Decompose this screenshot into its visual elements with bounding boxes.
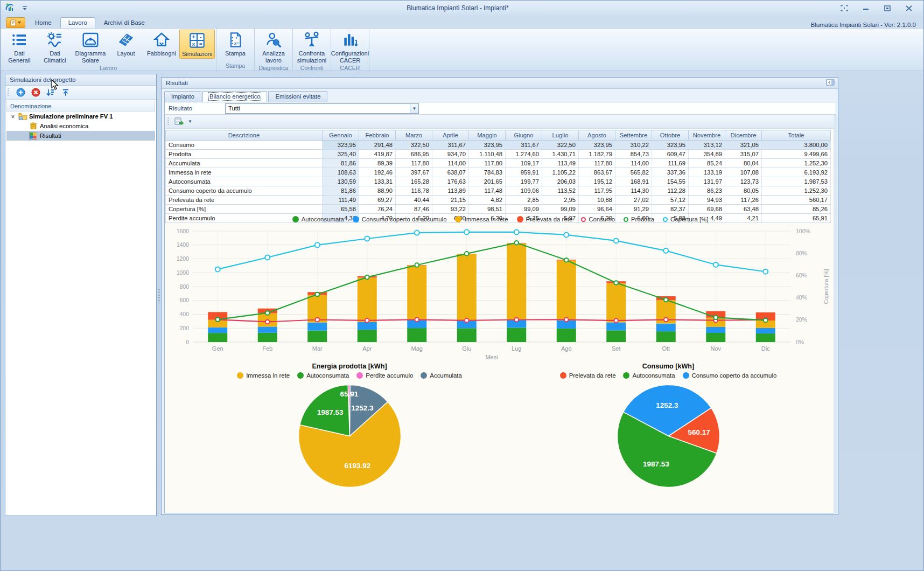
svg-text:+: + xyxy=(235,36,238,40)
ribbon-button-simulazioni[interactable]: +-x=Simulazioni xyxy=(179,30,215,59)
legend-item-prelevata-da-rete: Prelevata da rete xyxy=(517,216,573,222)
table-row-prelevata-da-rete[interactable]: Prelevata da rete111,4969,2740,4421,154,… xyxy=(166,196,831,205)
quick-access-dropdown-icon[interactable] xyxy=(20,3,30,13)
export-button[interactable] xyxy=(174,117,184,127)
cell-value: 69,27 xyxy=(359,196,396,205)
column-header-maggio[interactable]: Maggio xyxy=(469,130,506,141)
ribbon-button-confronta-simulazioni[interactable]: Confronta simulazioni xyxy=(294,30,330,64)
ribbon-tab-lavoro[interactable]: Lavoro xyxy=(60,17,95,28)
ribbon-button-fabbisogni[interactable]: Fabbisogni xyxy=(144,30,179,58)
restore-button[interactable] xyxy=(883,4,892,12)
cell-value: 291,48 xyxy=(359,141,396,150)
compare-icon xyxy=(303,31,320,48)
sidebar-panel-title: Simulazioni del progetto xyxy=(5,74,156,86)
ribbon-button-configurazioni-cacer[interactable]: Configurazioni CACER xyxy=(332,30,368,64)
expander-icon[interactable]: ˅ xyxy=(10,114,16,120)
panel-splitter[interactable] xyxy=(157,74,160,516)
table-row-consumo[interactable]: Consumo323,95291,48322,50311,67323,95311… xyxy=(166,141,831,150)
ribbon-button-layout[interactable]: Layout xyxy=(108,30,144,58)
legend-item-consumo-coperto-da-accumulo: Consumo coperto da accumulo xyxy=(353,216,447,222)
fullscreen-button[interactable] xyxy=(839,4,849,12)
legend-label: Prelevata da rete xyxy=(569,372,616,379)
svg-text:Ott: Ott xyxy=(662,345,670,352)
table-row-autoconsumata[interactable]: Autoconsumata130,59133,31165,28176,63201… xyxy=(166,177,831,186)
column-header-agosto[interactable]: Agosto xyxy=(579,130,615,141)
column-header-febbraio[interactable]: Febbraio xyxy=(359,130,396,141)
svg-text:Giu: Giu xyxy=(462,345,471,352)
column-header-aprile[interactable]: Aprile xyxy=(432,130,469,141)
column-header-marzo[interactable]: Marzo xyxy=(396,130,432,141)
panel-dock-icon[interactable] xyxy=(826,79,835,87)
cell-value: 109,06 xyxy=(506,186,542,196)
cell-value: 93,22 xyxy=(432,205,469,214)
ribbon-group-diagnostica: Analizza lavoroDiagnostica xyxy=(255,29,293,71)
tab-bilancio-energetico[interactable]: Bilancio energetico xyxy=(202,91,268,102)
cell-value: 154,55 xyxy=(652,177,689,186)
column-header-totale[interactable]: Totale xyxy=(762,130,831,141)
column-header-luglio[interactable]: Luglio xyxy=(542,130,579,141)
cell-value: 114,00 xyxy=(615,159,652,168)
row-label: Consumo coperto da accumulo xyxy=(166,186,323,196)
column-header-novembre[interactable]: Novembre xyxy=(689,130,725,141)
ribbon-button-dati-climatici[interactable]: Dati Climatici xyxy=(37,30,73,64)
tree-column-header[interactable]: Denominazione xyxy=(6,101,155,112)
column-header-dicembre[interactable]: Dicembre xyxy=(725,130,762,141)
svg-text:Mag: Mag xyxy=(411,345,423,352)
table-row-prodotta[interactable]: Prodotta325,40419,87686,95934,701.110,48… xyxy=(166,150,831,159)
legend-ring-icon xyxy=(624,217,628,222)
ribbon-tab-archivi-di-base[interactable]: Archivi di Base xyxy=(96,18,152,28)
title-bar: Blumatica Impianti Solari - Impianti* xyxy=(1,1,923,16)
results-panel: Risultati ImpiantoBilancio energeticoEmi… xyxy=(161,77,838,515)
legend-label: Consumo coperto da accumulo xyxy=(362,216,447,222)
collapse-all-button[interactable] xyxy=(61,88,71,98)
cell-value: 57,12 xyxy=(652,196,689,205)
ribbon-button-dati-generali[interactable]: Dati Generali xyxy=(2,30,37,64)
cacer-icon xyxy=(341,31,359,48)
ribbon-button-stampa[interactable]: +x=Stampa xyxy=(218,30,253,58)
table-row-consumo-coperto-da-accumulo[interactable]: Consumo coperto da accumulo81,8688,90116… xyxy=(166,186,831,196)
ribbon-button-diagramma-solare[interactable]: Diagramma Solare xyxy=(73,30,108,64)
column-header-ottobre[interactable]: Ottobre xyxy=(652,130,689,141)
tab-label: Impianto xyxy=(171,93,194,100)
cell-value: 113,52 xyxy=(542,186,579,196)
table-row-copertura[interactable]: Copertura [%]65,5876,2487,4693,2298,5199… xyxy=(166,205,831,214)
add-simulation-button[interactable] xyxy=(16,88,25,98)
combobox-arrow-icon[interactable]: ▼ xyxy=(410,104,418,113)
minimize-button[interactable] xyxy=(861,4,871,12)
result-filter-combobox[interactable]: Tutti ▼ xyxy=(225,103,419,114)
column-header-gennaio[interactable]: Gennaio xyxy=(323,130,359,141)
cell-value: 1.430,71 xyxy=(542,150,579,159)
export-dropdown-icon[interactable]: ▼ xyxy=(188,119,192,124)
tree-item-risultati[interactable]: Risultati xyxy=(6,131,155,141)
cell-value: 195,12 xyxy=(579,177,615,186)
cell-value: 94,93 xyxy=(689,196,725,205)
ribbon-group-caption: Lavoro xyxy=(2,64,215,73)
ribbon-button-label: Layout xyxy=(117,50,135,57)
column-header-descrizione[interactable]: Descrizione xyxy=(166,130,323,141)
svg-text:1200: 1200 xyxy=(177,255,190,262)
svg-text:Set: Set xyxy=(612,345,621,352)
table-row-immessa-in-rete[interactable]: Immessa in rete108,63192,46397,67638,077… xyxy=(166,168,831,177)
tab-emissioni-evitate[interactable]: Emissioni evitate xyxy=(268,91,327,102)
cell-value: 133,19 xyxy=(689,168,725,177)
app-menu-button[interactable] xyxy=(6,17,25,28)
svg-text:Mar: Mar xyxy=(312,345,323,352)
ribbon-tab-home[interactable]: Home xyxy=(27,18,59,28)
legend-item-consumo: Consumo xyxy=(581,216,615,222)
tree-item-simulazione-preliminare-fv-1[interactable]: ˅Simulazione preliminare FV 1 xyxy=(6,112,155,121)
mouse-cursor xyxy=(51,79,59,92)
energy-produced-pie-chart: 65.911252.36193.921987.53 xyxy=(295,381,405,491)
tab-impianto[interactable]: Impianto xyxy=(164,91,201,102)
ribbon-button-analizza-lavoro[interactable]: Analizza lavoro xyxy=(256,30,291,64)
close-button[interactable] xyxy=(904,4,914,12)
delete-simulation-button[interactable] xyxy=(31,88,40,98)
column-header-settembre[interactable]: Settembre xyxy=(615,130,652,141)
table-row-accumulata[interactable]: Accumulata81,8689,39117,80114,00117,8010… xyxy=(166,159,831,168)
svg-text:Apr: Apr xyxy=(362,345,372,352)
cell-value: 201,65 xyxy=(469,177,506,186)
tree-item-analisi-economica[interactable]: Analisi economica xyxy=(6,121,155,131)
cell-value: 206,03 xyxy=(542,177,579,186)
cell-value: 321,05 xyxy=(725,141,762,150)
ribbon-group-lavoro: Dati GeneraliDati ClimaticiDiagramma Sol… xyxy=(1,29,216,71)
column-header-giugno[interactable]: Giugno xyxy=(506,130,542,141)
